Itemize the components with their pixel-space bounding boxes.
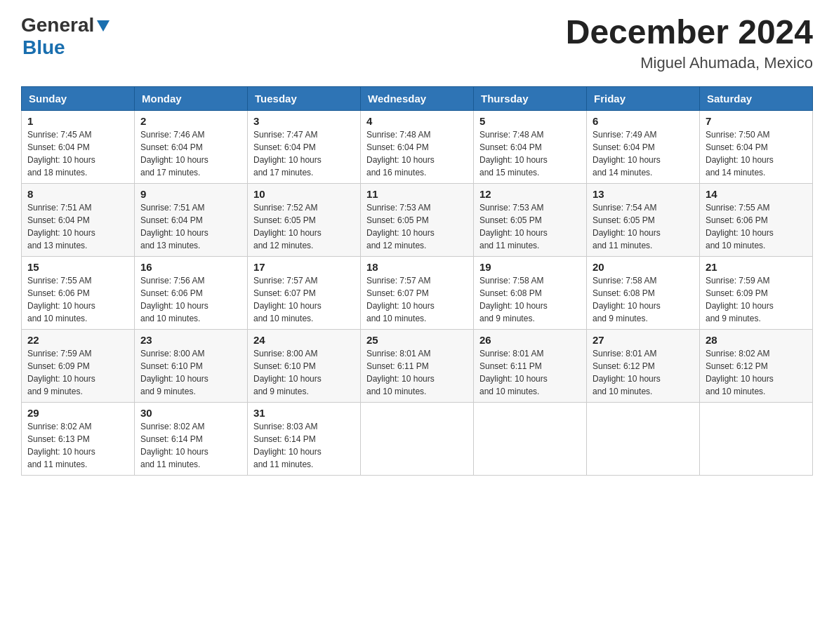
header-friday: Friday: [587, 86, 700, 110]
calendar-cell: 2 Sunrise: 7:46 AMSunset: 6:04 PMDayligh…: [135, 110, 248, 183]
calendar-cell: 14 Sunrise: 7:55 AMSunset: 6:06 PMDaylig…: [700, 183, 813, 256]
day-info: Sunrise: 8:02 AMSunset: 6:12 PMDaylight:…: [706, 349, 774, 396]
location-title: Miguel Ahumada, Mexico: [566, 54, 813, 72]
calendar-cell: 15 Sunrise: 7:55 AMSunset: 6:06 PMDaylig…: [22, 256, 135, 329]
day-info: Sunrise: 8:01 AMSunset: 6:12 PMDaylight:…: [593, 349, 661, 396]
month-title: December 2024: [566, 14, 813, 51]
day-number: 2: [140, 115, 241, 127]
calendar-cell: [361, 402, 474, 475]
day-info: Sunrise: 7:48 AMSunset: 6:04 PMDaylight:…: [479, 130, 548, 177]
calendar-cell: 7 Sunrise: 7:50 AMSunset: 6:04 PMDayligh…: [700, 110, 813, 183]
day-info: Sunrise: 7:47 AMSunset: 6:04 PMDaylight:…: [253, 130, 322, 177]
day-number: 19: [479, 261, 581, 273]
calendar-cell: 30 Sunrise: 8:02 AMSunset: 6:14 PMDaylig…: [135, 402, 248, 475]
calendar-cell: [700, 402, 813, 475]
day-info: Sunrise: 7:45 AMSunset: 6:04 PMDaylight:…: [27, 130, 95, 177]
calendar-table: Sunday Monday Tuesday Wednesday Thursday…: [21, 86, 813, 476]
calendar-cell: [474, 402, 587, 475]
logo: General Blue: [21, 14, 111, 59]
day-number: 5: [479, 115, 581, 127]
day-info: Sunrise: 8:01 AMSunset: 6:11 PMDaylight:…: [479, 349, 548, 396]
day-number: 15: [27, 261, 128, 273]
day-number: 31: [253, 407, 355, 419]
day-number: 6: [593, 115, 694, 127]
calendar-cell: 10 Sunrise: 7:52 AMSunset: 6:05 PMDaylig…: [248, 183, 361, 256]
day-info: Sunrise: 8:03 AMSunset: 6:14 PMDaylight:…: [253, 422, 322, 469]
day-info: Sunrise: 7:53 AMSunset: 6:05 PMDaylight:…: [479, 203, 548, 250]
calendar-week-row: 8 Sunrise: 7:51 AMSunset: 6:04 PMDayligh…: [22, 183, 813, 256]
calendar-cell: 4 Sunrise: 7:48 AMSunset: 6:04 PMDayligh…: [361, 110, 474, 183]
day-info: Sunrise: 7:51 AMSunset: 6:04 PMDaylight:…: [140, 203, 208, 250]
day-info: Sunrise: 7:57 AMSunset: 6:07 PMDaylight:…: [253, 276, 322, 323]
calendar-cell: 9 Sunrise: 7:51 AMSunset: 6:04 PMDayligh…: [135, 183, 248, 256]
day-info: Sunrise: 7:54 AMSunset: 6:05 PMDaylight:…: [593, 203, 661, 250]
day-number: 3: [253, 115, 355, 127]
day-info: Sunrise: 8:00 AMSunset: 6:10 PMDaylight:…: [253, 349, 322, 396]
day-info: Sunrise: 7:55 AMSunset: 6:06 PMDaylight:…: [706, 203, 774, 250]
day-number: 12: [479, 188, 581, 200]
header-monday: Monday: [135, 86, 248, 110]
calendar-cell: 26 Sunrise: 8:01 AMSunset: 6:11 PMDaylig…: [474, 329, 587, 402]
day-number: 20: [593, 261, 694, 273]
calendar-cell: 29 Sunrise: 8:02 AMSunset: 6:13 PMDaylig…: [22, 402, 135, 475]
day-info: Sunrise: 7:48 AMSunset: 6:04 PMDaylight:…: [366, 130, 435, 177]
calendar-week-row: 29 Sunrise: 8:02 AMSunset: 6:13 PMDaylig…: [22, 402, 813, 475]
day-number: 29: [27, 407, 128, 419]
header-tuesday: Tuesday: [248, 86, 361, 110]
logo-triangle-icon: [95, 18, 111, 33]
day-number: 22: [27, 334, 128, 346]
calendar-cell: 25 Sunrise: 8:01 AMSunset: 6:11 PMDaylig…: [361, 329, 474, 402]
day-number: 25: [366, 334, 468, 346]
day-info: Sunrise: 7:49 AMSunset: 6:04 PMDaylight:…: [593, 130, 661, 177]
day-number: 8: [27, 188, 128, 200]
page-header: General Blue December 2024 Miguel Ahumad…: [21, 14, 813, 72]
title-section: December 2024 Miguel Ahumada, Mexico: [566, 14, 813, 72]
day-number: 16: [140, 261, 241, 273]
day-info: Sunrise: 7:52 AMSunset: 6:05 PMDaylight:…: [253, 203, 322, 250]
logo-general-text: General: [21, 14, 94, 36]
day-number: 27: [593, 334, 694, 346]
weekday-header-row: Sunday Monday Tuesday Wednesday Thursday…: [22, 86, 813, 110]
day-info: Sunrise: 7:50 AMSunset: 6:04 PMDaylight:…: [706, 130, 774, 177]
calendar-cell: 22 Sunrise: 7:59 AMSunset: 6:09 PMDaylig…: [22, 329, 135, 402]
svg-marker-0: [97, 20, 110, 32]
day-info: Sunrise: 8:01 AMSunset: 6:11 PMDaylight:…: [366, 349, 435, 396]
calendar-cell: 13 Sunrise: 7:54 AMSunset: 6:05 PMDaylig…: [587, 183, 700, 256]
logo-blue-text: Blue: [22, 36, 65, 58]
day-info: Sunrise: 7:57 AMSunset: 6:07 PMDaylight:…: [366, 276, 435, 323]
header-thursday: Thursday: [474, 86, 587, 110]
header-saturday: Saturday: [700, 86, 813, 110]
calendar-cell: 19 Sunrise: 7:58 AMSunset: 6:08 PMDaylig…: [474, 256, 587, 329]
day-number: 24: [253, 334, 355, 346]
calendar-cell: 18 Sunrise: 7:57 AMSunset: 6:07 PMDaylig…: [361, 256, 474, 329]
calendar-cell: 11 Sunrise: 7:53 AMSunset: 6:05 PMDaylig…: [361, 183, 474, 256]
day-number: 10: [253, 188, 355, 200]
calendar-cell: 21 Sunrise: 7:59 AMSunset: 6:09 PMDaylig…: [700, 256, 813, 329]
calendar-week-row: 1 Sunrise: 7:45 AMSunset: 6:04 PMDayligh…: [22, 110, 813, 183]
day-info: Sunrise: 8:00 AMSunset: 6:10 PMDaylight:…: [140, 349, 208, 396]
calendar-cell: 1 Sunrise: 7:45 AMSunset: 6:04 PMDayligh…: [22, 110, 135, 183]
day-info: Sunrise: 7:59 AMSunset: 6:09 PMDaylight:…: [706, 276, 774, 323]
calendar-week-row: 15 Sunrise: 7:55 AMSunset: 6:06 PMDaylig…: [22, 256, 813, 329]
day-info: Sunrise: 7:51 AMSunset: 6:04 PMDaylight:…: [27, 203, 95, 250]
day-number: 17: [253, 261, 355, 273]
calendar-cell: 12 Sunrise: 7:53 AMSunset: 6:05 PMDaylig…: [474, 183, 587, 256]
day-info: Sunrise: 8:02 AMSunset: 6:13 PMDaylight:…: [27, 422, 95, 469]
calendar-cell: 17 Sunrise: 7:57 AMSunset: 6:07 PMDaylig…: [248, 256, 361, 329]
calendar-cell: 3 Sunrise: 7:47 AMSunset: 6:04 PMDayligh…: [248, 110, 361, 183]
day-info: Sunrise: 7:59 AMSunset: 6:09 PMDaylight:…: [27, 349, 95, 396]
header-wednesday: Wednesday: [361, 86, 474, 110]
day-number: 9: [140, 188, 241, 200]
day-info: Sunrise: 7:58 AMSunset: 6:08 PMDaylight:…: [479, 276, 548, 323]
calendar-week-row: 22 Sunrise: 7:59 AMSunset: 6:09 PMDaylig…: [22, 329, 813, 402]
calendar-cell: 8 Sunrise: 7:51 AMSunset: 6:04 PMDayligh…: [22, 183, 135, 256]
calendar-cell: 31 Sunrise: 8:03 AMSunset: 6:14 PMDaylig…: [248, 402, 361, 475]
day-number: 18: [366, 261, 468, 273]
day-number: 14: [706, 188, 807, 200]
day-info: Sunrise: 7:55 AMSunset: 6:06 PMDaylight:…: [27, 276, 95, 323]
calendar-cell: 23 Sunrise: 8:00 AMSunset: 6:10 PMDaylig…: [135, 329, 248, 402]
calendar-cell: 16 Sunrise: 7:56 AMSunset: 6:06 PMDaylig…: [135, 256, 248, 329]
day-info: Sunrise: 7:53 AMSunset: 6:05 PMDaylight:…: [366, 203, 435, 250]
day-number: 13: [593, 188, 694, 200]
day-number: 30: [140, 407, 241, 419]
